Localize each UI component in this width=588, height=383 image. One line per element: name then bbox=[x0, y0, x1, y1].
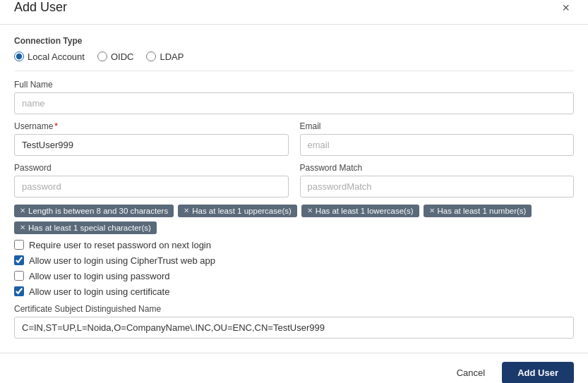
hint-remove-icon-3[interactable]: ✕ bbox=[429, 207, 435, 214]
password-match-group: Password Match bbox=[300, 163, 575, 197]
checkbox-group: Require user to reset password on next l… bbox=[14, 240, 574, 297]
add-user-modal: Add User × Connection Type Local Account… bbox=[0, 0, 588, 383]
hint-badge-4[interactable]: ✕ Has at least 1 special character(s) bbox=[14, 221, 157, 234]
add-user-button[interactable]: Add User bbox=[502, 362, 574, 384]
radio-oidc-label: OIDC bbox=[111, 51, 134, 62]
username-email-row: Username* Email bbox=[14, 121, 574, 163]
checkbox-login-cert[interactable]: Allow user to login using certificate bbox=[14, 286, 574, 297]
hint-remove-icon-1[interactable]: ✕ bbox=[184, 207, 189, 214]
checkbox-login-cert-label: Allow user to login using certificate bbox=[29, 286, 169, 297]
cancel-button[interactable]: Cancel bbox=[447, 363, 495, 383]
checkbox-ciphertrust-web[interactable]: Allow user to login using CipherTrust we… bbox=[14, 255, 574, 266]
email-input[interactable] bbox=[300, 134, 575, 156]
radio-ldap-label: LDAP bbox=[160, 51, 184, 62]
radio-oidc-input[interactable] bbox=[97, 51, 107, 61]
modal-title: Add User bbox=[14, 0, 67, 15]
password-input[interactable] bbox=[14, 176, 289, 197]
hint-text-0: Length is between 8 and 30 characters bbox=[28, 207, 168, 215]
modal-footer: Cancel Add User bbox=[0, 353, 588, 384]
divider-1 bbox=[14, 71, 574, 71]
checkbox-login-cert-input[interactable] bbox=[14, 286, 24, 296]
cert-subject-label: Certificate Subject Distinguished Name bbox=[14, 304, 574, 314]
cert-subject-input[interactable] bbox=[14, 317, 574, 339]
hint-badge-1[interactable]: ✕ Has at least 1 uppercase(s) bbox=[178, 205, 297, 217]
password-label: Password bbox=[14, 163, 289, 173]
full-name-input[interactable] bbox=[14, 92, 574, 114]
checkbox-login-password-input[interactable] bbox=[14, 271, 24, 281]
hint-badge-2[interactable]: ✕ Has at least 1 lowercase(s) bbox=[301, 205, 419, 217]
password-group: Password bbox=[14, 163, 289, 197]
hint-remove-icon-4[interactable]: ✕ bbox=[20, 224, 25, 231]
password-match-input[interactable] bbox=[300, 176, 575, 197]
close-button[interactable]: × bbox=[558, 0, 574, 16]
hint-badge-0[interactable]: ✕ Length is between 8 and 30 characters bbox=[14, 205, 174, 217]
radio-oidc[interactable]: OIDC bbox=[97, 51, 134, 62]
modal-overlay: Add User × Connection Type Local Account… bbox=[0, 0, 588, 383]
radio-ldap-input[interactable] bbox=[146, 51, 156, 61]
connection-type-radio-group: Local Account OIDC LDAP bbox=[14, 51, 574, 62]
checkbox-reset-password[interactable]: Require user to reset password on next l… bbox=[14, 240, 574, 250]
radio-local-account-label: Local Account bbox=[28, 51, 85, 62]
modal-header: Add User × bbox=[0, 0, 588, 25]
checkbox-login-password-label: Allow user to login using password bbox=[29, 271, 169, 281]
username-group: Username* bbox=[14, 121, 289, 156]
hint-text-4: Has at least 1 special character(s) bbox=[28, 224, 151, 232]
password-row: Password Password Match bbox=[14, 163, 574, 205]
hint-remove-icon-2[interactable]: ✕ bbox=[307, 207, 313, 214]
checkbox-login-password[interactable]: Allow user to login using password bbox=[14, 271, 574, 281]
full-name-group: Full Name bbox=[14, 80, 574, 114]
radio-ldap[interactable]: LDAP bbox=[146, 51, 184, 62]
radio-local-account-input[interactable] bbox=[14, 51, 24, 61]
checkbox-reset-password-input[interactable] bbox=[14, 240, 24, 250]
modal-body: Connection Type Local Account OIDC LDAP bbox=[0, 25, 588, 353]
radio-local-account[interactable]: Local Account bbox=[14, 51, 85, 62]
hint-text-1: Has at least 1 uppercase(s) bbox=[192, 207, 292, 215]
hint-text-3: Has at least 1 number(s) bbox=[438, 207, 527, 215]
cert-subject-group: Certificate Subject Distinguished Name bbox=[14, 304, 574, 339]
connection-type-label: Connection Type bbox=[14, 36, 574, 46]
full-name-label: Full Name bbox=[14, 80, 574, 90]
username-label: Username* bbox=[14, 121, 289, 131]
hint-badge-3[interactable]: ✕ Has at least 1 number(s) bbox=[424, 205, 532, 217]
required-star: * bbox=[54, 121, 58, 131]
checkbox-reset-password-label: Require user to reset password on next l… bbox=[29, 240, 211, 250]
username-input[interactable] bbox=[14, 134, 289, 156]
email-group: Email bbox=[300, 121, 575, 156]
connection-type-group: Connection Type Local Account OIDC LDAP bbox=[14, 36, 574, 62]
hint-remove-icon-0[interactable]: ✕ bbox=[20, 207, 25, 214]
checkbox-ciphertrust-web-input[interactable] bbox=[14, 255, 24, 265]
hint-text-2: Has at least 1 lowercase(s) bbox=[316, 207, 414, 215]
checkbox-ciphertrust-web-label: Allow user to login using CipherTrust we… bbox=[29, 255, 215, 266]
email-label: Email bbox=[300, 121, 575, 131]
password-hints: ✕ Length is between 8 and 30 characters … bbox=[14, 205, 574, 234]
password-match-label: Password Match bbox=[300, 163, 575, 173]
